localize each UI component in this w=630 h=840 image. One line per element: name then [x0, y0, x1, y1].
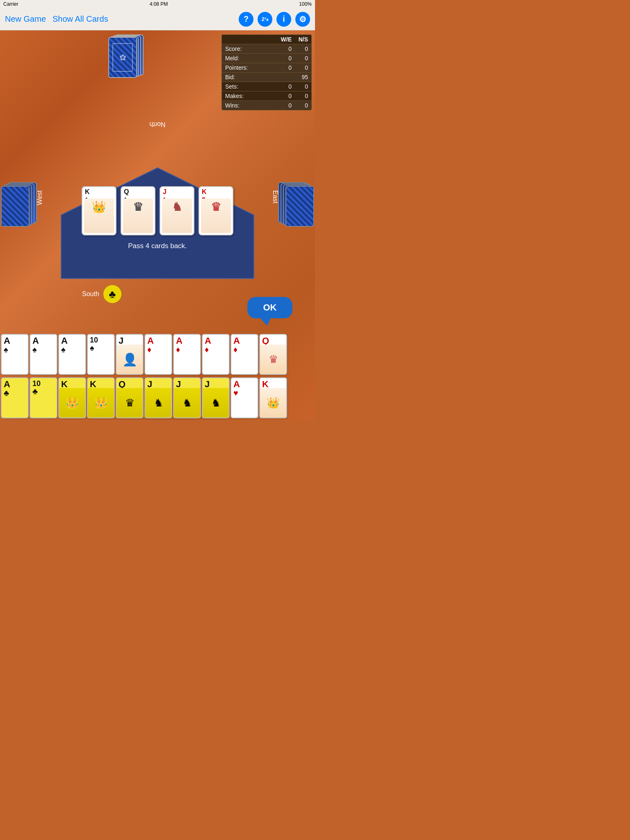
info-button[interactable]: i — [276, 12, 291, 27]
center-card-k-spades[interactable]: K ♠ K ♠ 👑 — [82, 186, 116, 235]
hand-card-a-spades-1[interactable]: A ♠ — [1, 334, 29, 375]
hand-card-q-clubs[interactable]: Q ♣ ♛ — [116, 377, 144, 418]
sets-label: Sets: — [225, 83, 275, 90]
west-area: West — [0, 182, 41, 235]
hand-card-10-spades[interactable]: 10 ♠ — [87, 334, 115, 375]
time: 4:08 PM — [150, 1, 168, 7]
east-label: East — [272, 190, 279, 203]
hand-card-a-diamonds-2[interactable]: A ♦ — [173, 334, 201, 375]
hand-card-a-diamonds-1[interactable]: A ♦ — [144, 334, 172, 375]
score-panel: W/E N/S Score:00 Meld:00 Pointers:00 Bid… — [221, 34, 312, 110]
hand-card-q-diamonds[interactable]: Q ♦ ♛ — [259, 334, 287, 375]
hand-card-10-clubs[interactable]: 10 ♣ — [30, 377, 57, 418]
ok-bubble-container: OK — [247, 297, 292, 318]
battery: 100% — [299, 1, 312, 7]
club-badge: ♣ — [103, 285, 121, 303]
center-cards: K ♠ K ♠ 👑 Q ♠ Q — [57, 186, 258, 235]
pointers-label: Pointers: — [225, 64, 275, 71]
status-bar: Carrier 4:08 PM 100% — [0, 0, 315, 8]
meld-label: Meld: — [225, 55, 275, 62]
hand-card-a-hearts[interactable]: A ♥ — [231, 377, 258, 418]
nav-right: ? 2¹₃ i ⚙ — [239, 12, 310, 27]
south-hand-bottom: A ♣ 10 ♣ K ♣ 👑 K ♣ 👑 Q ♣ ♛ J ♣ ♞ — [0, 377, 315, 418]
south-area: South ♣ — [82, 285, 121, 303]
hand-card-j-clubs-2[interactable]: J ♣ ♞ — [173, 377, 201, 418]
carrier: Carrier — [3, 1, 18, 7]
show-all-cards-button[interactable]: Show All Cards — [52, 14, 108, 24]
play-area: K ♠ K ♠ 👑 Q ♠ Q — [57, 166, 258, 254]
hand-card-j-clubs-1[interactable]: J ♣ ♞ — [144, 377, 172, 418]
hand-card-a-diamonds-4[interactable]: A ♦ — [231, 334, 258, 375]
score-button[interactable]: 2¹₃ — [258, 12, 272, 27]
north-label: North — [149, 121, 165, 128]
hand-card-j-spades[interactable]: J ♠ 👤 — [116, 334, 144, 375]
center-card-k-hearts[interactable]: K ♥ K ♥ ♛ — [199, 186, 233, 235]
hand-card-a-diamonds-3[interactable]: A ♦ — [202, 334, 230, 375]
game-table: ✿ North W/E N/S Score:00 Meld:00 Pointer… — [0, 30, 315, 420]
hand-card-k-clubs-1[interactable]: K ♣ 👑 — [58, 377, 86, 418]
south-label: South — [82, 290, 99, 298]
hand-card-a-spades-3[interactable]: A ♠ — [58, 334, 86, 375]
hand-card-a-spades-2[interactable]: A ♠ — [30, 334, 57, 375]
makes-label: Makes: — [225, 93, 275, 99]
south-hand-top: A ♠ A ♠ A ♠ 10 ♠ J ♠ 👤 A ♦ A — [0, 334, 315, 375]
east-area: East — [274, 182, 315, 235]
wins-label: Wins: — [225, 102, 275, 109]
new-game-button[interactable]: New Game — [5, 14, 46, 24]
pass-text: Pass 4 cards back. — [57, 235, 258, 254]
settings-button[interactable]: ⚙ — [295, 12, 310, 27]
ok-button[interactable]: OK — [263, 302, 277, 313]
center-card-q-spades[interactable]: Q ♠ Q ♠ ♛ — [121, 186, 155, 235]
bid-label: Bid: — [225, 74, 275, 80]
hand-card-j-clubs-3[interactable]: J ♣ ♞ — [202, 377, 230, 418]
help-button[interactable]: ? — [239, 12, 253, 27]
hand-card-k-hearts[interactable]: K ♥ 👑 — [259, 377, 287, 418]
west-label: West — [36, 190, 43, 205]
hand-card-a-clubs[interactable]: A ♣ — [1, 377, 29, 418]
center-card-j-diamonds[interactable]: J ♦ J ♦ ♞ — [160, 186, 194, 235]
hand-card-k-clubs-2[interactable]: K ♣ 👑 — [87, 377, 115, 418]
north-stack: ✿ — [108, 34, 145, 80]
nav-left: New Game Show All Cards — [5, 14, 108, 24]
score-label: Score: — [225, 46, 275, 52]
nav-bar: New Game Show All Cards ? 2¹₃ i ⚙ — [0, 8, 315, 30]
